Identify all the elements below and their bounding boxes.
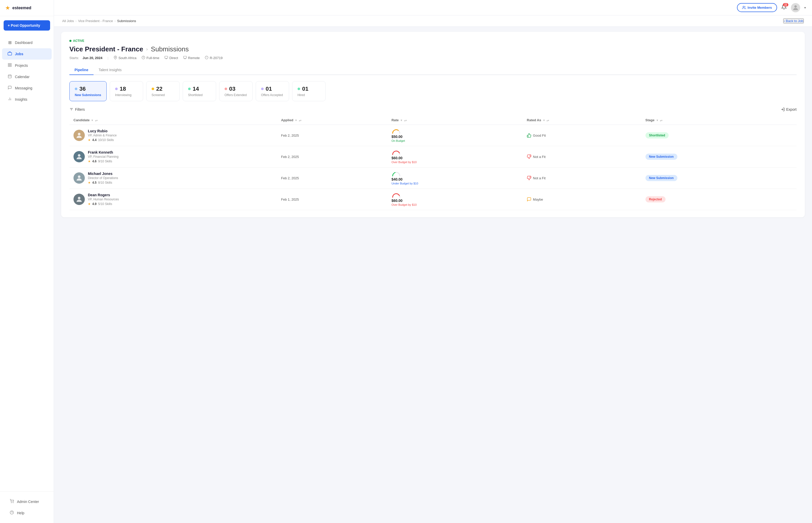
rated-as-cell: Maybe bbox=[523, 189, 641, 210]
tab-pipeline[interactable]: Pipeline bbox=[69, 65, 93, 75]
svg-rect-4 bbox=[10, 65, 11, 67]
stage-badge[interactable]: Rejected bbox=[646, 196, 666, 202]
sidebar-item-admin[interactable]: Admin Center bbox=[4, 496, 50, 507]
breadcrumb-current: Submissions bbox=[117, 19, 136, 23]
job-type: Full-time bbox=[142, 56, 159, 60]
pipeline-label: Screened bbox=[152, 93, 174, 97]
breadcrumb-sep-2: › bbox=[114, 19, 116, 23]
applied-date: Feb 2, 2025 bbox=[281, 133, 299, 138]
export-button[interactable]: Export bbox=[781, 107, 797, 111]
invite-members-button[interactable]: Invite Members bbox=[737, 3, 777, 12]
rated-as-label: Good Fit bbox=[533, 133, 546, 138]
candidate-avatar bbox=[73, 130, 85, 141]
post-opportunity-button[interactable]: + Post Opportunity bbox=[4, 20, 50, 31]
rate-filter-icon[interactable]: ▾ bbox=[401, 119, 402, 122]
star-icon: ★ bbox=[88, 160, 91, 163]
pipeline-label: Shortlisted bbox=[188, 93, 211, 97]
rate-status: Over Budget by $10 bbox=[391, 203, 518, 206]
rate-cell: $50.00 On Budget bbox=[387, 125, 523, 146]
candidate-name: Michael Jones bbox=[88, 172, 118, 176]
stage-badge[interactable]: New Submission bbox=[646, 154, 677, 160]
location-label: South Africa bbox=[119, 56, 137, 60]
sidebar-item-help[interactable]: Help bbox=[4, 508, 50, 518]
candidates-tbody: Lucy Rubio VP, Admin & Finance ★ 4.4 10/… bbox=[69, 125, 797, 210]
breadcrumb-all-jobs[interactable]: All Jobs bbox=[62, 19, 74, 23]
candidate-role: VP, Human Resources bbox=[88, 198, 119, 201]
type-label: Full-time bbox=[146, 56, 159, 60]
rate-sort-icon[interactable]: ▴▾ bbox=[404, 119, 407, 122]
table-row[interactable]: Frank Kenneth VP, Financial Planning ★ 4… bbox=[69, 146, 797, 167]
svg-point-36 bbox=[78, 197, 81, 199]
pipeline-label: Interviewing bbox=[115, 93, 138, 97]
sidebar-bottom: Admin Center Help bbox=[0, 491, 54, 523]
main-wrapper: Invite Members 22 ▾ All Jobs › Vice Pres… bbox=[54, 0, 812, 523]
sidebar-item-jobs[interactable]: Jobs bbox=[2, 48, 52, 59]
applied-filter-icon[interactable]: ▾ bbox=[295, 119, 297, 122]
rate-amount: $50.00 bbox=[391, 134, 518, 139]
notifications-button[interactable]: 22 bbox=[781, 4, 787, 11]
svg-point-18 bbox=[115, 57, 116, 58]
pipeline-card-new-submissions[interactable]: 36 New Submissions bbox=[69, 81, 107, 101]
svg-point-34 bbox=[78, 154, 81, 157]
candidates-table: Candidate ▾ ▴▾ Applied ▾ ▴▾ Rate ▾ ▴ bbox=[69, 115, 797, 210]
candidate-name: Dean Rogers bbox=[88, 193, 119, 197]
pipeline-number: 01 bbox=[266, 86, 272, 92]
sidebar-item-label: Jobs bbox=[15, 52, 23, 56]
sidebar-item-calendar[interactable]: Calendar bbox=[2, 71, 52, 82]
table-row[interactable]: Michael Jones Director of Operations ★ 4… bbox=[69, 167, 797, 189]
pipeline-card-offers-accepted[interactable]: 01 Offers Accepted bbox=[256, 81, 289, 101]
candidate-cell: Lucy Rubio VP, Admin & Finance ★ 4.4 10/… bbox=[69, 125, 277, 146]
stage-sort-icon[interactable]: ▴▾ bbox=[660, 119, 663, 122]
col-stage: Stage ▾ ▴▾ bbox=[641, 115, 797, 125]
sidebar-item-label: Insights bbox=[15, 97, 27, 102]
rated-as-label: Not a Fit bbox=[533, 155, 546, 159]
active-dot bbox=[69, 40, 71, 42]
col-applied: Applied ▾ ▴▾ bbox=[277, 115, 388, 125]
pipeline-card-hired[interactable]: 01 Hired bbox=[292, 81, 325, 101]
sidebar-item-insights[interactable]: Insights bbox=[2, 94, 52, 105]
rate-status: On Budget bbox=[391, 139, 518, 142]
candidate-rating: ★ 4.6 9/10 Skills bbox=[88, 160, 119, 163]
sidebar-item-projects[interactable]: Projects bbox=[2, 60, 52, 71]
table-row[interactable]: Lucy Rubio VP, Admin & Finance ★ 4.4 10/… bbox=[69, 125, 797, 146]
sidebar-item-messaging[interactable]: Messaging bbox=[2, 83, 52, 93]
pipeline-card-interviewing[interactable]: 18 Interviewing bbox=[110, 81, 143, 101]
stage-badge[interactable]: New Submission bbox=[646, 175, 677, 181]
svg-point-17 bbox=[794, 5, 797, 7]
rate-amount: $40.00 bbox=[391, 177, 518, 181]
pipeline-number: 22 bbox=[156, 86, 162, 92]
tab-talent-insights[interactable]: Talent Insights bbox=[93, 65, 127, 75]
pipeline-count: 01 bbox=[298, 86, 320, 92]
gauge-svg bbox=[391, 128, 401, 134]
avatar[interactable] bbox=[791, 3, 800, 12]
stage-filter-icon[interactable]: ▾ bbox=[656, 119, 658, 122]
pipeline-card-screened[interactable]: 22 Screened bbox=[146, 81, 180, 101]
rating-value: 4.6 bbox=[92, 160, 96, 163]
nav-items: ⊞ Dashboard Jobs Projects Calendar Mes bbox=[0, 35, 54, 491]
sidebar-item-dashboard[interactable]: ⊞ Dashboard bbox=[2, 37, 52, 48]
table-row[interactable]: Dean Rogers VP, Human Resources ★ 4.9 5/… bbox=[69, 189, 797, 210]
applied-sort-icon[interactable]: ▴▾ bbox=[299, 119, 301, 122]
filters-button[interactable]: Filters bbox=[69, 107, 85, 111]
help-icon bbox=[9, 510, 14, 516]
rated-sort-icon[interactable]: ▴▾ bbox=[547, 119, 549, 122]
rated-filter-icon[interactable]: ▾ bbox=[543, 119, 545, 122]
pipeline-dot bbox=[75, 88, 77, 90]
applied-date: Feb 2, 2025 bbox=[281, 176, 299, 180]
chevron-down-icon[interactable]: ▾ bbox=[804, 6, 806, 10]
breadcrumb-job-name[interactable]: Vice President - France bbox=[78, 19, 113, 23]
candidate-filter-icon[interactable]: ▾ bbox=[91, 119, 93, 122]
svg-point-33 bbox=[78, 133, 81, 136]
requisition-icon bbox=[205, 56, 208, 60]
applied-cell: Feb 1, 2025 bbox=[277, 189, 388, 210]
star-icon: ★ bbox=[88, 202, 91, 206]
candidate-sort-icon[interactable]: ▴▾ bbox=[95, 119, 98, 122]
candidate-info: Frank Kenneth VP, Financial Planning ★ 4… bbox=[88, 150, 119, 163]
back-to-job-button[interactable]: ‹ Back to Job bbox=[783, 18, 804, 23]
pipeline-card-shortlisted[interactable]: 14 Shortlisted bbox=[183, 81, 216, 101]
rate-cell: $60.00 Over Budget by $10 bbox=[387, 146, 523, 167]
stage-badge[interactable]: Shortlisted bbox=[646, 132, 669, 139]
pipeline-card-offers-extended[interactable]: 03 Offers Extended bbox=[219, 81, 252, 101]
candidate-avatar bbox=[73, 173, 85, 184]
clock-icon bbox=[142, 56, 145, 60]
